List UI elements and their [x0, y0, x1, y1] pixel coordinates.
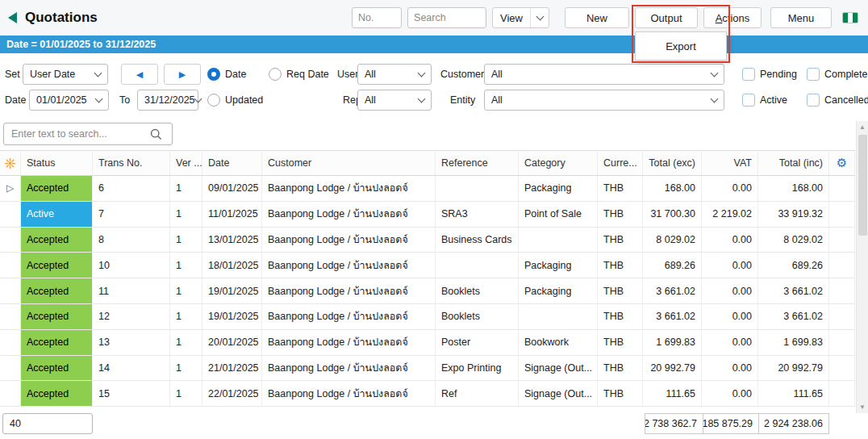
chevron-down-icon[interactable] [531, 16, 549, 19]
customer-label: Customer [440, 69, 484, 80]
ver-cell: 1 [170, 253, 202, 278]
col-header-status[interactable]: Status [21, 151, 93, 175]
view-label: View [493, 12, 530, 24]
back-icon[interactable] [8, 12, 17, 23]
customer-select[interactable]: All [484, 64, 724, 85]
menu-button[interactable]: Menu [770, 7, 832, 28]
checkbox-complete[interactable]: Complete [807, 68, 868, 81]
ver-cell: 1 [170, 381, 202, 406]
scroll-down-icon[interactable]: ▼ [857, 401, 868, 413]
vat-cell: 0.00 [702, 356, 758, 381]
vat-cell: 0.00 [702, 381, 758, 406]
search-icon[interactable] [150, 128, 162, 143]
scroll-up-icon[interactable]: ▲ [857, 121, 868, 133]
output-menu: Export [635, 31, 727, 61]
col-header-ver[interactable]: Ver ... [170, 151, 202, 175]
radio-req-date[interactable]: Req Date [269, 68, 329, 81]
next-period-button[interactable]: ▶ [164, 64, 201, 85]
row-indicator [0, 381, 21, 406]
checkbox-icon [742, 94, 755, 107]
category-cell: Packaging [519, 176, 598, 201]
date-label: Date [5, 94, 26, 106]
filter-row-2: Date 01/01/2025 To 31/12/2025 Updated Re… [0, 87, 868, 113]
language-flag-icon[interactable] [842, 12, 858, 23]
customer-cell: Baanpong Lodge / บ้านปงลอดจ์ [262, 356, 436, 381]
scrollbar-thumb[interactable] [858, 135, 867, 236]
category-cell: Point of Sale [519, 202, 598, 227]
total-inc-cell: 1 699.83 [758, 330, 829, 355]
total-inc-cell: 3 661.02 [758, 304, 829, 329]
col-header-total-inc[interactable]: Total (inc) [758, 151, 829, 175]
checkbox-pending[interactable]: Pending [742, 68, 797, 81]
gear-column-cell [829, 278, 855, 303]
table-row[interactable]: Accepted 12 1 19/01/2025 Baanpong Lodge … [0, 304, 855, 330]
currency-cell: THB [598, 356, 643, 381]
radio-updated[interactable]: Updated [207, 94, 263, 107]
table-row[interactable]: Accepted 14 1 21/01/2025 Baanpong Lodge … [0, 356, 855, 382]
ver-cell: 1 [170, 278, 202, 303]
reference-cell: Booklets [436, 304, 519, 329]
radio-date[interactable]: Date [207, 68, 246, 81]
to-label: To [119, 94, 130, 106]
table-body: ▷ Accepted 6 1 09/01/2025 Baanpong Lodge… [0, 176, 855, 407]
total-exc-cell: 111.65 [643, 381, 702, 406]
new-button[interactable]: New [565, 7, 629, 28]
ver-cell: 1 [170, 304, 202, 329]
checkbox-icon [807, 94, 820, 107]
chevron-down-icon [711, 69, 719, 77]
currency-cell: THB [598, 330, 643, 355]
col-header-customer[interactable]: Customer [262, 151, 436, 175]
total-exc-cell: 689.26 [643, 253, 702, 278]
user-select[interactable]: All [357, 64, 432, 85]
trans-no-cell: 12 [93, 304, 170, 329]
total-inc-cell: 168.00 [758, 176, 829, 201]
row-count-input[interactable]: 40 [2, 413, 93, 434]
output-button[interactable]: Output [635, 7, 698, 28]
prev-period-button[interactable]: ◀ [121, 64, 158, 85]
category-cell: Packaging [519, 278, 598, 303]
col-header-date[interactable]: Date [202, 151, 262, 175]
table-row[interactable]: Accepted 11 1 19/01/2025 Baanpong Lodge … [0, 278, 855, 304]
search-input-top[interactable] [407, 7, 486, 28]
ver-cell: 1 [170, 356, 202, 381]
table-row[interactable]: Accepted 8 1 13/01/2025 Baanpong Lodge /… [0, 228, 855, 253]
entity-select[interactable]: All [484, 90, 724, 111]
table-row[interactable]: ▷ Accepted 6 1 09/01/2025 Baanpong Lodge… [0, 176, 855, 202]
table-row[interactable]: Accepted 13 1 20/01/2025 Baanpong Lodge … [0, 330, 855, 356]
checkbox-active[interactable]: Active [742, 94, 787, 107]
col-header-currency[interactable]: Curre... [598, 151, 643, 175]
menu-item-export[interactable]: Export [666, 40, 696, 52]
set-select[interactable]: User Date [23, 64, 108, 85]
row-indicator [0, 228, 21, 253]
checkbox-cancelled[interactable]: Cancelled [807, 94, 868, 107]
status-cell: Accepted [21, 356, 93, 381]
col-header-category[interactable]: Category [519, 151, 598, 175]
customize-icon[interactable] [0, 151, 21, 175]
vertical-scrollbar[interactable]: ▲ ▼ [856, 121, 868, 413]
table-row[interactable]: Accepted 15 1 22/01/2025 Baanpong Lodge … [0, 381, 855, 407]
total-inc-cell: 33 919.32 [758, 202, 829, 227]
no-input[interactable] [352, 7, 402, 28]
table-row[interactable]: Accepted 10 1 18/01/2025 Baanpong Lodge … [0, 253, 855, 278]
total-exc-cell: 168.00 [643, 176, 702, 201]
table-row[interactable]: Active 7 1 11/01/2025 Baanpong Lodge / บ… [0, 202, 855, 228]
currency-cell: THB [598, 176, 643, 201]
grid-search-input[interactable] [3, 123, 173, 145]
actions-button[interactable]: Actions [703, 7, 762, 28]
col-header-trans-no[interactable]: Trans No. [93, 151, 170, 175]
view-dropdown[interactable]: View [492, 7, 549, 28]
customer-cell: Baanpong Lodge / บ้านปงลอดจ์ [262, 381, 436, 406]
filter-row-1: Set User Date ◀ ▶ Date Req Date User All… [0, 61, 868, 87]
col-header-total-exc[interactable]: Total (exc) [643, 151, 702, 175]
total-inc-cell: 689.26 [758, 253, 829, 278]
col-header-reference[interactable]: Reference [436, 151, 519, 175]
gear-icon[interactable]: ⚙ [829, 151, 855, 175]
date-from-select[interactable]: 01/01/2025 [29, 90, 109, 111]
set-label: Set [5, 69, 20, 80]
status-cell: Accepted [21, 330, 93, 355]
table-header: Status Trans No. Ver ... Date Customer R… [0, 150, 855, 176]
date-to-select[interactable]: 31/12/2025 [137, 90, 198, 111]
category-cell [519, 228, 598, 253]
col-header-vat[interactable]: VAT [702, 151, 758, 175]
rep-select[interactable]: All [357, 90, 432, 111]
